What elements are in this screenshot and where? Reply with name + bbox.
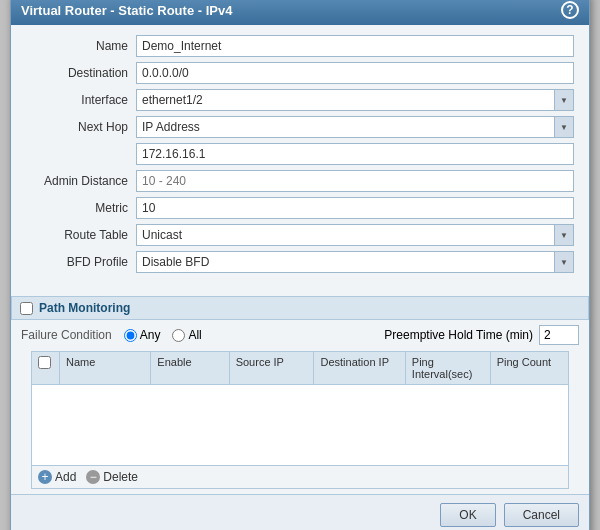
help-icon[interactable]: ?	[561, 1, 579, 19]
admin-distance-row: Admin Distance	[26, 170, 574, 192]
next-hop-label: Next Hop	[26, 120, 136, 134]
failure-condition-row: Failure Condition Any All Preemptive Hol…	[21, 325, 579, 345]
path-monitoring-table: Name Enable Source IP Destination IP Pin…	[31, 351, 569, 489]
bfd-profile-label: BFD Profile	[26, 255, 136, 269]
radio-any[interactable]	[124, 329, 137, 342]
ip-address-input[interactable]	[136, 143, 574, 165]
failure-condition-label: Failure Condition	[21, 328, 112, 342]
th-dest-ip: Destination IP	[314, 352, 405, 384]
delete-button[interactable]: − Delete	[86, 470, 138, 484]
next-hop-select[interactable]: IP Address	[136, 116, 574, 138]
dialog: Virtual Router - Static Route - IPv4 ? N…	[10, 0, 590, 530]
admin-distance-input[interactable]	[136, 170, 574, 192]
path-monitoring-inner: Failure Condition Any All Preemptive Hol…	[11, 325, 589, 494]
th-ping-count: Ping Count	[491, 352, 568, 384]
name-input[interactable]	[136, 35, 574, 57]
bfd-profile-select[interactable]: Disable BFD	[136, 251, 574, 273]
name-row: Name	[26, 35, 574, 57]
table-header: Name Enable Source IP Destination IP Pin…	[32, 352, 568, 385]
route-table-select[interactable]: Unicast	[136, 224, 574, 246]
radio-all[interactable]	[172, 329, 185, 342]
th-ping-interval: Ping Interval(sec)	[406, 352, 491, 384]
table-footer: + Add − Delete	[32, 465, 568, 488]
title-bar: Virtual Router - Static Route - IPv4 ?	[11, 0, 589, 25]
preempt-section: Preemptive Hold Time (min)	[384, 325, 579, 345]
interface-label: Interface	[26, 93, 136, 107]
interface-select-wrapper: ethernet1/2 ▼	[136, 89, 574, 111]
route-table-label: Route Table	[26, 228, 136, 242]
th-check	[32, 352, 60, 384]
bottom-bar: OK Cancel	[11, 494, 589, 530]
path-monitoring-label: Path Monitoring	[39, 301, 130, 315]
radio-all-item: All	[172, 328, 201, 342]
bfd-profile-select-wrapper: Disable BFD ▼	[136, 251, 574, 273]
th-name: Name	[60, 352, 151, 384]
form-area: Name Destination Interface ethernet1/2 ▼…	[11, 25, 589, 288]
th-enable: Enable	[151, 352, 229, 384]
delete-icon: −	[86, 470, 100, 484]
th-source-ip: Source IP	[230, 352, 315, 384]
table-body	[32, 385, 568, 465]
radio-any-label: Any	[140, 328, 161, 342]
next-hop-row: Next Hop IP Address ▼	[26, 116, 574, 138]
preemptive-hold-input[interactable]	[539, 325, 579, 345]
path-monitoring-section-header: Path Monitoring	[11, 296, 589, 320]
metric-input[interactable]	[136, 197, 574, 219]
ip-address-row	[26, 143, 574, 165]
preemptive-hold-label: Preemptive Hold Time (min)	[384, 328, 533, 342]
radio-group: Any All	[124, 328, 202, 342]
destination-row: Destination	[26, 62, 574, 84]
add-icon: +	[38, 470, 52, 484]
delete-label: Delete	[103, 470, 138, 484]
path-monitoring-checkbox[interactable]	[20, 302, 33, 315]
dialog-title: Virtual Router - Static Route - IPv4	[21, 3, 232, 18]
bfd-profile-row: BFD Profile Disable BFD ▼	[26, 251, 574, 273]
add-label: Add	[55, 470, 76, 484]
next-hop-select-wrapper: IP Address ▼	[136, 116, 574, 138]
radio-any-item: Any	[124, 328, 161, 342]
add-button[interactable]: + Add	[38, 470, 76, 484]
metric-label: Metric	[26, 201, 136, 215]
route-table-select-wrapper: Unicast ▼	[136, 224, 574, 246]
destination-label: Destination	[26, 66, 136, 80]
cancel-button[interactable]: Cancel	[504, 503, 579, 527]
interface-select[interactable]: ethernet1/2	[136, 89, 574, 111]
destination-input[interactable]	[136, 62, 574, 84]
route-table-row: Route Table Unicast ▼	[26, 224, 574, 246]
admin-distance-label: Admin Distance	[26, 174, 136, 188]
name-label: Name	[26, 39, 136, 53]
metric-row: Metric	[26, 197, 574, 219]
radio-all-label: All	[188, 328, 201, 342]
ok-button[interactable]: OK	[440, 503, 495, 527]
interface-row: Interface ethernet1/2 ▼	[26, 89, 574, 111]
table-select-all-checkbox[interactable]	[38, 356, 51, 369]
